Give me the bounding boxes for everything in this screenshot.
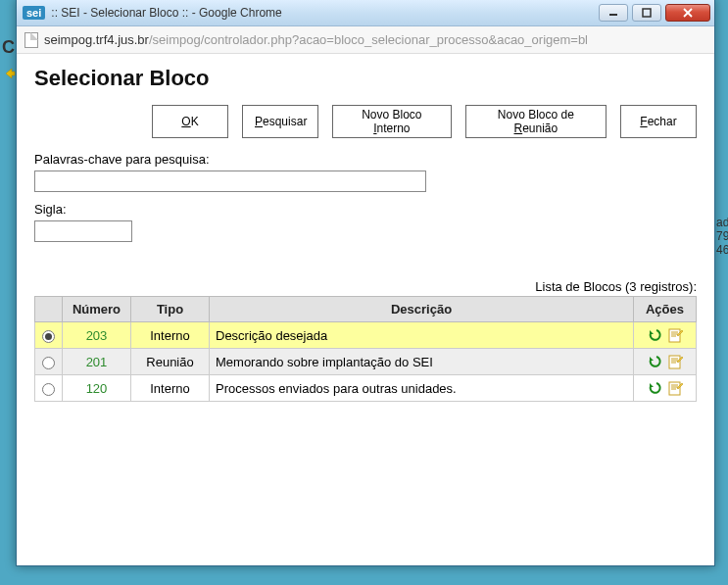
bloco-numero-link[interactable]: 203 bbox=[86, 328, 108, 343]
bg-fragments: ad 79 46 bbox=[716, 216, 728, 257]
table-caption: Lista de Blocos (3 registros): bbox=[34, 279, 697, 294]
col-acoes: Ações bbox=[634, 297, 697, 322]
col-numero: Número bbox=[63, 297, 131, 322]
bloco-descricao: Memorando sobre implantação do SEI bbox=[210, 349, 634, 375]
sigla-input[interactable] bbox=[34, 220, 132, 242]
bloco-numero-link[interactable]: 201 bbox=[86, 355, 108, 369]
table-row: 120InternoProcessos enviados para outras… bbox=[35, 375, 697, 402]
return-icon[interactable] bbox=[647, 354, 662, 369]
row-radio[interactable] bbox=[42, 330, 55, 343]
novo-bloco-interno-button[interactable]: Novo Bloco Interno bbox=[332, 105, 452, 138]
pesquisar-button[interactable]: Pesquisar bbox=[242, 105, 318, 138]
ok-button[interactable]: OK bbox=[152, 105, 228, 138]
browser-window: sei :: SEI - Selecionar Bloco :: - Googl… bbox=[16, 0, 715, 566]
window-titlebar: sei :: SEI - Selecionar Bloco :: - Googl… bbox=[17, 0, 714, 26]
bg-letter: C bbox=[2, 37, 15, 58]
svg-rect-1 bbox=[643, 9, 651, 17]
window-minimize-button[interactable] bbox=[599, 4, 628, 22]
sigla-label: Sigla: bbox=[34, 202, 697, 217]
bloco-numero-link[interactable]: 120 bbox=[86, 381, 108, 396]
bloco-tipo: Reunião bbox=[131, 349, 210, 375]
edit-icon[interactable] bbox=[668, 327, 684, 343]
bloco-descricao: Processos enviados para outras unidades. bbox=[210, 375, 634, 402]
app-badge: sei bbox=[23, 6, 45, 20]
edit-icon[interactable] bbox=[668, 354, 684, 369]
row-radio[interactable] bbox=[42, 383, 55, 396]
keywords-input[interactable] bbox=[34, 171, 426, 192]
bloco-tipo: Interno bbox=[131, 375, 210, 402]
window-close-button[interactable] bbox=[665, 4, 710, 22]
window-maximize-button[interactable] bbox=[632, 4, 661, 22]
row-radio[interactable] bbox=[42, 357, 55, 369]
bg-arrow-icon bbox=[4, 67, 16, 83]
url-text: seimpog.trf4.jus.br/seimpog/controlador.… bbox=[44, 32, 588, 47]
bloco-tipo: Interno bbox=[131, 322, 210, 349]
window-title: :: SEI - Selecionar Bloco :: - Google Ch… bbox=[51, 6, 281, 20]
blocos-table: Número Tipo Descrição Ações 203InternoDe… bbox=[34, 296, 697, 402]
page-content: Selecionar Bloco OK Pesquisar Novo Bloco… bbox=[17, 54, 714, 414]
address-bar[interactable]: seimpog.trf4.jus.br/seimpog/controlador.… bbox=[17, 26, 714, 54]
return-icon[interactable] bbox=[647, 380, 662, 396]
table-row: 203InternoDescrição desejada bbox=[35, 322, 697, 349]
page-title: Selecionar Bloco bbox=[34, 66, 697, 91]
edit-icon[interactable] bbox=[668, 380, 684, 396]
page-icon bbox=[24, 32, 38, 48]
action-button-row: OK Pesquisar Novo Bloco Interno Novo Blo… bbox=[152, 105, 697, 138]
return-icon[interactable] bbox=[647, 327, 662, 343]
keywords-label: Palavras-chave para pesquisa: bbox=[34, 152, 697, 167]
col-descricao: Descrição bbox=[210, 297, 634, 322]
bloco-descricao: Descrição desejada bbox=[210, 322, 634, 349]
col-tipo: Tipo bbox=[131, 297, 210, 322]
fechar-button[interactable]: Fechar bbox=[620, 105, 697, 138]
novo-bloco-reuniao-button[interactable]: Novo Bloco de Reunião bbox=[465, 105, 607, 138]
table-row: 201ReuniãoMemorando sobre implantação do… bbox=[35, 349, 697, 375]
